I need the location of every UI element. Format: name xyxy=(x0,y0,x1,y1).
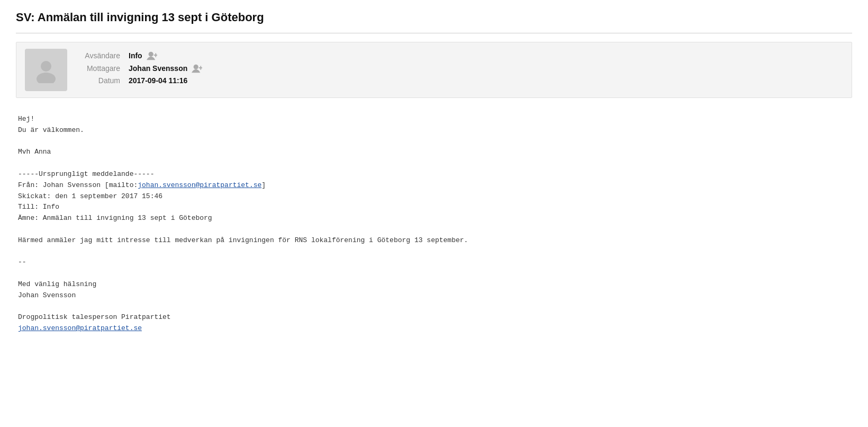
email-container: SV: Anmälan till invigning 13 sept i Göt… xyxy=(0,0,868,361)
add-contact-sender-icon[interactable] xyxy=(147,51,157,60)
svg-point-2 xyxy=(148,52,153,57)
email-link-signature[interactable]: johan.svensson@piratpartiet.se xyxy=(18,324,142,332)
body-greeting: Hej! Du är välkommen. Mvh Anna -----Ursp… xyxy=(18,115,468,332)
recipient-name: Johan Svensson xyxy=(129,64,187,73)
sender-row: Avsändare Info xyxy=(78,51,202,60)
date-value: 2017-09-04 11:16 xyxy=(129,76,187,85)
recipient-row: Mottagare Johan Svensson xyxy=(78,64,202,73)
email-body: Hej! Du är välkommen. Mvh Anna -----Ursp… xyxy=(16,109,852,351)
sender-name: Info xyxy=(129,51,142,60)
date-label: Datum xyxy=(78,76,120,85)
recipient-label: Mottagare xyxy=(78,64,120,73)
sender-value: Info xyxy=(129,51,157,60)
svg-point-5 xyxy=(194,65,198,69)
date-row: Datum 2017-09-04 11:16 xyxy=(78,76,202,85)
svg-point-1 xyxy=(37,73,56,83)
email-header: Avsändare Info Mottagare xyxy=(16,42,852,98)
svg-point-0 xyxy=(41,61,51,72)
email-link-inline[interactable]: johan.svensson@piratpartiet.se xyxy=(138,181,261,189)
add-contact-recipient-icon[interactable] xyxy=(192,64,202,73)
email-subject: SV: Anmälan till invigning 13 sept i Göt… xyxy=(16,11,852,24)
avatar xyxy=(25,49,67,91)
email-meta: Avsändare Info Mottagare xyxy=(78,49,202,85)
sender-label: Avsändare xyxy=(78,51,120,60)
recipient-value: Johan Svensson xyxy=(129,64,202,73)
header-divider xyxy=(16,33,852,33)
